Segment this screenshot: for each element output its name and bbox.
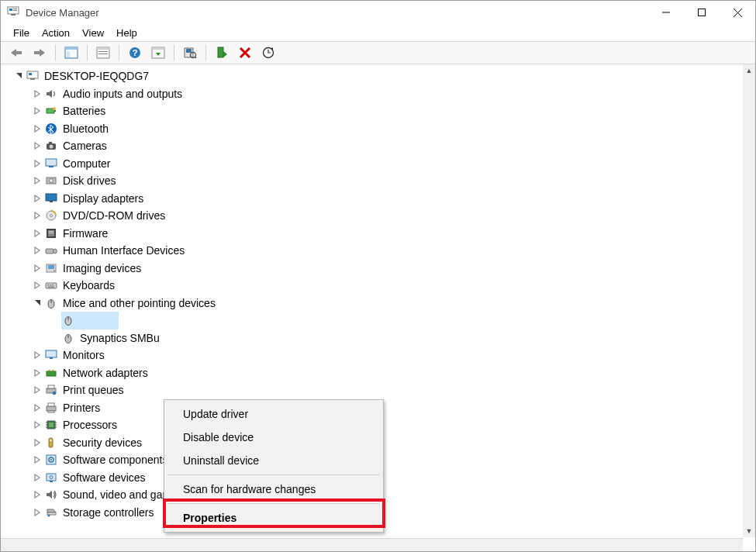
context-menu: Update driverDisable deviceUninstall dev… <box>164 399 384 533</box>
context-menu-item[interactable]: Uninstall device <box>166 449 381 472</box>
forward-button[interactable] <box>29 43 50 62</box>
svg-rect-9 <box>16 51 22 54</box>
chevron-right-icon[interactable] <box>32 193 43 204</box>
tree-item[interactable]: Audio inputs and outputs <box>1 85 743 103</box>
tree-child-item[interactable] <box>1 312 743 329</box>
chevron-right-icon[interactable] <box>32 123 43 134</box>
menubar: File Action View Help <box>1 24 755 41</box>
chevron-right-icon[interactable] <box>32 280 43 291</box>
chevron-right-icon[interactable] <box>32 210 43 221</box>
chevron-right-icon[interactable] <box>32 472 43 483</box>
storage-icon <box>44 505 58 519</box>
action-button[interactable] <box>147 43 169 62</box>
menu-help[interactable]: Help <box>112 26 142 40</box>
svg-rect-81 <box>48 411 54 412</box>
chevron-right-icon[interactable] <box>32 454 43 465</box>
tree-item[interactable]: Imaging devices <box>1 260 743 278</box>
menu-file[interactable]: File <box>9 26 34 40</box>
chevron-right-icon[interactable] <box>32 140 43 151</box>
chevron-right-icon[interactable] <box>32 385 43 395</box>
tree-root[interactable]: DESKTOP-IEQQDG7 <box>1 67 743 85</box>
svg-rect-15 <box>97 47 109 50</box>
context-menu-item[interactable]: Properties <box>166 506 381 530</box>
svg-point-94 <box>50 459 52 461</box>
tree-item[interactable]: Disk drives <box>1 172 743 190</box>
uninstall-device-button[interactable] <box>234 43 256 62</box>
tree-child-label: Synaptics SMBu <box>80 332 160 344</box>
dvd-icon <box>44 209 58 223</box>
svg-rect-31 <box>29 73 32 75</box>
menu-view[interactable]: View <box>78 26 109 40</box>
chevron-right-icon[interactable] <box>32 245 43 256</box>
enable-device-button[interactable] <box>211 43 233 62</box>
tree-item[interactable]: Batteries <box>1 102 743 120</box>
scan-hardware-button[interactable] <box>179 43 201 62</box>
scroll-up-icon[interactable]: ▲ <box>743 64 755 77</box>
chevron-right-icon[interactable] <box>32 228 43 239</box>
help-button[interactable]: ? <box>124 43 146 62</box>
toolbar-separator <box>119 45 119 60</box>
svg-rect-58 <box>47 285 49 286</box>
tree-item[interactable]: Keyboards <box>1 277 743 295</box>
back-button[interactable] <box>5 43 27 62</box>
context-menu-item[interactable]: Update driver <box>166 402 381 426</box>
chevron-down-icon[interactable] <box>13 71 24 81</box>
mouse-icon <box>61 313 75 327</box>
chevron-right-icon[interactable] <box>32 402 43 413</box>
tree-item[interactable]: Network adapters <box>1 364 743 382</box>
show-hide-tree-button[interactable] <box>60 43 82 62</box>
chevron-right-icon[interactable] <box>32 507 43 518</box>
context-menu-item[interactable]: Disable device <box>166 426 381 449</box>
minimize-button[interactable] <box>648 1 684 24</box>
chevron-right-icon[interactable] <box>32 88 43 99</box>
maximize-button[interactable] <box>684 1 720 24</box>
imaging-icon <box>44 261 58 275</box>
tree-item-label: Keyboards <box>63 279 115 292</box>
tree-child-item[interactable]: Synaptics SMBu <box>1 329 743 347</box>
chevron-right-icon[interactable] <box>32 158 43 169</box>
svg-point-53 <box>54 249 57 254</box>
chevron-right-icon[interactable] <box>32 367 43 378</box>
chevron-down-icon[interactable] <box>32 298 43 309</box>
audio-icon <box>44 87 58 101</box>
context-menu-item[interactable]: Scan for hardware changes <box>166 478 381 501</box>
chevron-right-icon[interactable] <box>32 489 43 500</box>
chevron-right-icon[interactable] <box>32 350 43 361</box>
close-button[interactable] <box>720 1 755 24</box>
tree-item[interactable]: Print queues <box>1 381 743 399</box>
chevron-right-icon[interactable] <box>32 263 43 274</box>
scroll-down-icon[interactable]: ▼ <box>743 525 755 537</box>
properties-button[interactable] <box>92 43 114 62</box>
tree-item-label: Network adapters <box>63 367 148 379</box>
tree-item[interactable]: Firmware <box>1 225 743 243</box>
tree-item[interactable]: Monitors <box>1 347 743 364</box>
svg-rect-55 <box>48 265 54 269</box>
processor-icon <box>44 418 58 432</box>
tree-item[interactable]: Computer <box>1 155 743 173</box>
update-driver-button[interactable] <box>257 43 279 62</box>
svg-rect-39 <box>49 142 52 143</box>
chevron-right-icon[interactable] <box>32 437 43 448</box>
tree-item[interactable]: Mice and other pointing devices <box>1 295 743 312</box>
svg-rect-6 <box>699 9 706 16</box>
tree-item[interactable]: Human Interface Devices <box>1 242 743 260</box>
tree-item[interactable]: Cameras <box>1 137 743 155</box>
chevron-right-icon[interactable] <box>32 175 43 186</box>
svg-rect-50 <box>49 231 54 232</box>
monitor-icon <box>44 348 58 362</box>
window-controls <box>648 1 755 24</box>
tree-item[interactable]: Bluetooth <box>1 120 743 138</box>
tree-item-label: Processors <box>63 419 117 431</box>
tree-item[interactable]: DVD/CD-ROM drives <box>1 207 743 225</box>
tree-item-label: Audio inputs and outputs <box>63 88 182 100</box>
chevron-right-icon[interactable] <box>32 105 43 116</box>
svg-rect-96 <box>50 481 53 482</box>
svg-rect-79 <box>47 406 56 411</box>
vertical-scrollbar[interactable]: ▲ ▼ <box>743 64 755 537</box>
tree-item[interactable]: Display adapters <box>1 190 743 208</box>
tree-item-label: Cameras <box>63 140 107 152</box>
horizontal-scrollbar[interactable] <box>1 538 743 551</box>
chevron-right-icon[interactable] <box>32 419 43 430</box>
menu-action[interactable]: Action <box>37 26 74 40</box>
tree-item-label: Batteries <box>63 105 105 117</box>
